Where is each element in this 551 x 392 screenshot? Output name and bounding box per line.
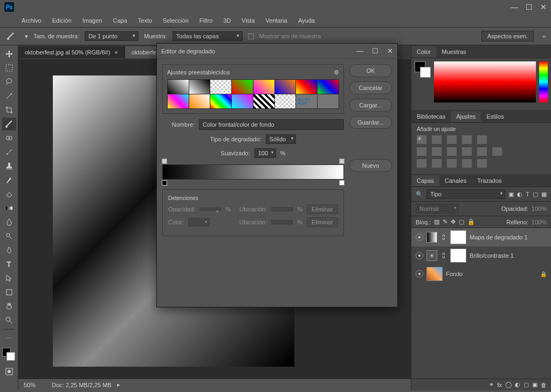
fg-bg-swatch[interactable]	[415, 61, 431, 78]
shape-tool[interactable]	[2, 286, 16, 299]
crop-tool[interactable]	[2, 104, 16, 116]
fill-value[interactable]: 100%	[532, 219, 547, 225]
lock-all-icon[interactable]: 🔒	[467, 218, 475, 225]
gradient-name-input[interactable]	[199, 119, 344, 130]
hand-tool[interactable]	[2, 300, 16, 313]
preset-swatch[interactable]	[232, 94, 253, 108]
hue-slider[interactable]	[539, 61, 548, 102]
lock-pixels-icon[interactable]: ▨	[434, 218, 439, 225]
adjustment-icon[interactable]: ◐	[515, 381, 520, 388]
menu-edicion[interactable]: Edición	[52, 17, 72, 24]
preset-swatch[interactable]	[232, 80, 253, 94]
color-stop[interactable]	[162, 180, 167, 185]
menu-texto[interactable]: Texto	[138, 17, 152, 24]
new-button[interactable]: Nuevo	[349, 159, 392, 172]
heal-tool[interactable]	[2, 132, 16, 145]
mask-thumb[interactable]	[450, 249, 466, 263]
lock-move-icon[interactable]: ✥	[451, 218, 456, 225]
preset-swatch[interactable]	[253, 94, 274, 108]
load-button[interactable]: Cargar...	[349, 99, 392, 112]
levels-icon[interactable]	[432, 135, 442, 144]
libraries-tab[interactable]: Bibliotecas	[411, 111, 451, 122]
ok-button[interactable]: OK	[349, 64, 392, 77]
vibrance-icon[interactable]	[477, 135, 487, 144]
filter-adjust-icon[interactable]: ◐	[517, 191, 522, 198]
opacity-stop[interactable]	[339, 159, 345, 164]
zoom-level[interactable]: 50%	[24, 382, 36, 388]
layers-tab[interactable]: Capas	[411, 175, 439, 186]
layer-row[interactable]: ☀ Brillo/contraste 1	[411, 246, 551, 265]
preset-swatch[interactable]	[253, 80, 274, 94]
balance-icon[interactable]	[432, 147, 442, 156]
tab-close-icon[interactable]: ×	[114, 49, 118, 56]
marquee-tool[interactable]	[2, 61, 16, 74]
color-tab[interactable]: Color	[411, 46, 436, 57]
dodge-tool[interactable]	[2, 230, 16, 243]
gear-icon[interactable]: ⚙	[334, 69, 339, 76]
color-stop[interactable]	[339, 180, 345, 185]
smoothness-input[interactable]: 100	[254, 148, 276, 158]
dialog-minimize[interactable]: —	[356, 47, 363, 55]
pen-tool[interactable]	[2, 244, 16, 257]
adjustments-tab[interactable]: Ajustes	[451, 111, 481, 122]
type-tool[interactable]: T	[2, 258, 16, 271]
filter-image-icon[interactable]: ▣	[508, 191, 514, 198]
opacity-stop[interactable]	[162, 159, 167, 164]
group-icon[interactable]: ▢	[524, 381, 529, 388]
layer-thumb[interactable]: ☀	[426, 250, 437, 261]
invert-icon[interactable]	[417, 159, 426, 168]
tab-doc-1[interactable]: oktoberfest.jpg al 50% (RGB/8#)×	[18, 46, 125, 58]
preset-swatch[interactable]	[275, 80, 296, 94]
eyedropper-tool[interactable]	[2, 118, 16, 130]
cancel-button[interactable]: Cancelar	[349, 81, 392, 94]
menu-filtro[interactable]: Filtro	[199, 17, 212, 24]
menu-ventana[interactable]: Ventana	[266, 17, 287, 24]
brightness-icon[interactable]: ☀	[417, 135, 426, 144]
move-tool[interactable]	[2, 47, 16, 60]
menu-vista[interactable]: Vista	[242, 17, 254, 24]
stamp-tool[interactable]	[2, 160, 16, 173]
threshold-icon[interactable]	[447, 159, 457, 168]
blur-tool[interactable]	[2, 216, 16, 229]
filter-shape-icon[interactable]: ▢	[533, 191, 538, 198]
quickmask-tool[interactable]	[2, 365, 16, 378]
photo-filter-icon[interactable]	[462, 147, 472, 156]
posterize-icon[interactable]	[432, 159, 442, 168]
gradient-bar-editor[interactable]	[162, 164, 344, 180]
menu-seleccion[interactable]: Selección	[163, 17, 189, 24]
history-brush-tool[interactable]	[2, 174, 16, 187]
lookup-icon[interactable]	[492, 147, 502, 156]
color-ramp[interactable]	[434, 61, 536, 102]
filter-type-icon[interactable]: T	[526, 191, 529, 197]
filter-smart-icon[interactable]: ▦	[541, 191, 547, 198]
muestra-dropdown[interactable]: Todas las capas	[173, 31, 243, 41]
menu-archivo[interactable]: Archivo	[22, 17, 42, 24]
menu-capa[interactable]: Capa	[113, 17, 127, 24]
selective-icon[interactable]	[477, 159, 487, 168]
dialog-close[interactable]: ✕	[387, 47, 393, 55]
essentials-button[interactable]: Aspectos esen.	[481, 31, 534, 42]
opacity-value[interactable]: 100%	[532, 205, 547, 212]
visibility-icon[interactable]	[416, 270, 423, 278]
preset-swatch[interactable]	[318, 94, 339, 108]
new-layer-icon[interactable]: ▣	[532, 381, 538, 388]
preset-swatch[interactable]	[210, 80, 231, 94]
workspace-menu-icon[interactable]: »	[542, 33, 546, 39]
layer-thumb[interactable]	[426, 232, 437, 243]
preset-swatch[interactable]	[189, 94, 210, 108]
brush-tool[interactable]	[2, 146, 16, 159]
swatches-tab[interactable]: Muestras	[436, 46, 471, 57]
maximize-button[interactable]: ☐	[526, 3, 533, 11]
gradient-tool[interactable]	[2, 202, 16, 215]
lasso-tool[interactable]	[2, 75, 16, 88]
menu-imagen[interactable]: Imagen	[82, 17, 102, 24]
blend-mode-dropdown[interactable]: Normal	[416, 204, 459, 214]
mask-icon[interactable]: ◯	[505, 381, 512, 388]
edit-toolbar[interactable]: ⋯	[2, 332, 16, 345]
preset-swatch[interactable]	[168, 80, 189, 94]
paths-tab[interactable]: Trazados	[472, 175, 507, 186]
trash-icon[interactable]: 🗑	[541, 382, 547, 388]
show-ring-checkbox[interactable]	[248, 33, 254, 39]
curves-icon[interactable]	[447, 135, 457, 144]
gradient-type-dropdown[interactable]: Sólido	[266, 134, 297, 144]
